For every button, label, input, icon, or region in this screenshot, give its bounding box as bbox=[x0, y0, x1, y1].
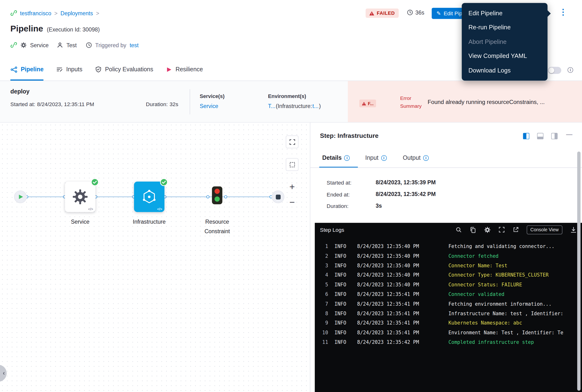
log-line: 1 INFO 8/24/2023 12:35:40 PM Fetching an… bbox=[315, 242, 582, 251]
trigger-clock-icon bbox=[85, 42, 92, 48]
log-settings-icon[interactable] bbox=[484, 226, 491, 233]
duration: Duration: 32s bbox=[146, 101, 178, 107]
console-view-button[interactable]: Console View bbox=[527, 225, 563, 234]
menu-item-edit-pipeline[interactable]: Edit Pipeline bbox=[462, 6, 548, 20]
toggle-knob bbox=[549, 68, 554, 73]
info-icon[interactable]: i bbox=[381, 155, 387, 160]
error-chip-text: F... bbox=[368, 101, 373, 106]
breadcrumb-deployments-link[interactable]: Deployments bbox=[60, 10, 93, 16]
field-label: Ended at: bbox=[327, 192, 350, 198]
log-line: 7 INFO 8/24/2023 12:35:41 PM Fetching en… bbox=[315, 299, 582, 309]
breadcrumb-project-link[interactable]: testfrancisco bbox=[20, 10, 51, 16]
menu-item-abort-pipeline[interactable]: Abort Pipeline bbox=[462, 34, 548, 49]
stage-name: deploy bbox=[10, 88, 29, 95]
info-icon[interactable]: i bbox=[568, 67, 573, 73]
view-toggle[interactable] bbox=[548, 67, 561, 74]
info-icon[interactable]: i bbox=[423, 155, 429, 160]
tab-pipeline[interactable]: Pipeline bbox=[10, 59, 44, 80]
resilience-icon bbox=[166, 66, 172, 72]
log-line-number: 4 bbox=[315, 270, 328, 280]
app: testfrancisco > Deployments > Pipeline (… bbox=[0, 0, 582, 392]
field-label: Started at: bbox=[327, 180, 352, 186]
download-logs-icon[interactable] bbox=[570, 226, 577, 233]
warning-icon bbox=[362, 102, 366, 106]
clock-icon bbox=[407, 9, 413, 16]
tab-input[interactable]: Input i bbox=[365, 154, 387, 161]
expand-logs-icon[interactable] bbox=[498, 226, 505, 233]
pipeline-end-node[interactable] bbox=[272, 190, 284, 203]
search-icon[interactable] bbox=[456, 226, 462, 233]
elapsed-value: 36s bbox=[415, 9, 425, 16]
step-details-panel: Step: Infrastructure — Details i Input i… bbox=[310, 122, 582, 392]
duration-value: 32s bbox=[170, 101, 178, 107]
page-title: Pipeline bbox=[10, 24, 43, 34]
canvas-fullscreen-button[interactable] bbox=[286, 136, 298, 148]
log-message: Infrastructure Name: test , Identifier: bbox=[448, 309, 563, 318]
layout-split-left-icon[interactable] bbox=[523, 133, 529, 139]
environment-paren: ) bbox=[319, 103, 321, 109]
infrastructure-step-node[interactable]: </> bbox=[134, 182, 164, 212]
step-logs-console: Step Logs bbox=[315, 223, 582, 392]
services-value-link[interactable]: Service bbox=[200, 103, 218, 109]
step-logs-header: Step Logs bbox=[315, 223, 582, 237]
success-check-icon bbox=[160, 178, 168, 186]
connector-dot bbox=[206, 195, 209, 198]
log-level: INFO bbox=[334, 309, 351, 318]
tab-details[interactable]: Details i bbox=[322, 154, 350, 161]
log-timestamp: 8/24/2023 12:35:41 PM bbox=[357, 299, 442, 309]
execution-id: (Execution Id: 30098) bbox=[47, 26, 100, 33]
infrastructure-node-label: Infrastructure bbox=[122, 217, 177, 226]
cd-module-icon bbox=[10, 42, 17, 48]
error-summary-message[interactable]: Found already running resourceConstrains… bbox=[428, 99, 577, 106]
log-level: INFO bbox=[334, 290, 351, 299]
service-node-label: Service bbox=[59, 217, 101, 226]
gear-icon bbox=[72, 188, 88, 205]
duration-label: Duration: bbox=[146, 101, 168, 107]
field-value: 8/24/2023, 12:35:39 PM bbox=[376, 179, 436, 185]
menu-item-download-logs[interactable]: Download Logs bbox=[462, 63, 548, 78]
tab-output[interactable]: Output i bbox=[403, 154, 429, 161]
title-row: Pipeline (Execution Id: 30098) bbox=[10, 24, 100, 34]
canvas-zoom-out-button[interactable]: − bbox=[286, 196, 298, 208]
log-level: INFO bbox=[334, 270, 351, 280]
minimize-panel-icon[interactable]: — bbox=[566, 131, 572, 138]
canvas-select-button[interactable] bbox=[286, 158, 298, 171]
more-options-button[interactable]: ⋮ bbox=[559, 8, 567, 16]
field-value: 3s bbox=[376, 202, 382, 209]
copy-icon[interactable] bbox=[470, 226, 476, 233]
log-lines[interactable]: 1 INFO 8/24/2023 12:35:40 PM Fetching an… bbox=[315, 236, 582, 347]
layout-split-right-icon[interactable] bbox=[551, 133, 558, 139]
stop-icon bbox=[276, 194, 280, 199]
started-at-label: Started at: bbox=[10, 101, 35, 107]
pipeline-canvas[interactable]: </> </> Service Infrastr bbox=[0, 122, 310, 392]
play-icon bbox=[19, 194, 23, 199]
info-icon[interactable]: i bbox=[344, 155, 350, 160]
code-glyph: </> bbox=[88, 207, 93, 211]
pipeline-actions-menu: Edit Pipeline Re-run Pipeline Abort Pipe… bbox=[462, 3, 548, 80]
triggered-by-user-link[interactable]: test bbox=[130, 42, 139, 48]
tab-policy-evaluations[interactable]: Policy Evaluations bbox=[95, 59, 153, 80]
tab-inputs[interactable]: Inputs bbox=[56, 59, 82, 80]
user-icon bbox=[57, 42, 63, 48]
gear-icon bbox=[20, 42, 27, 48]
log-message: Fetching and validating connector... bbox=[448, 242, 554, 251]
environment-link[interactable]: T... bbox=[268, 103, 276, 109]
menu-item-rerun-pipeline[interactable]: Re-run Pipeline bbox=[462, 20, 548, 34]
log-timestamp: 8/24/2023 12:35:40 PM bbox=[357, 280, 442, 290]
step-logs-title: Step Logs bbox=[320, 227, 344, 233]
log-message: Connector Status: FAILURE bbox=[448, 280, 522, 290]
pipeline-start-node[interactable] bbox=[14, 190, 27, 203]
resource-constraint-node[interactable] bbox=[211, 186, 224, 206]
open-in-new-icon[interactable] bbox=[513, 226, 519, 233]
layout-bottom-icon[interactable] bbox=[537, 133, 543, 139]
log-line: 11 INFO 8/24/2023 12:35:42 PM Completed … bbox=[315, 338, 582, 347]
infrastructure-link[interactable]: t... bbox=[312, 103, 319, 109]
canvas-zoom-in-button[interactable]: + bbox=[286, 180, 298, 193]
infrastructure-icon bbox=[141, 188, 158, 206]
service-step-node[interactable]: </> bbox=[65, 182, 95, 212]
tab-label: Output bbox=[403, 154, 421, 161]
tab-resilience[interactable]: Resilience bbox=[166, 59, 203, 80]
menu-item-view-compiled-yaml[interactable]: View Compiled YAML bbox=[462, 49, 548, 63]
pipeline-meta-row: Service Test Triggered by test bbox=[10, 42, 139, 48]
vertical-scrollbar[interactable] bbox=[577, 152, 581, 390]
